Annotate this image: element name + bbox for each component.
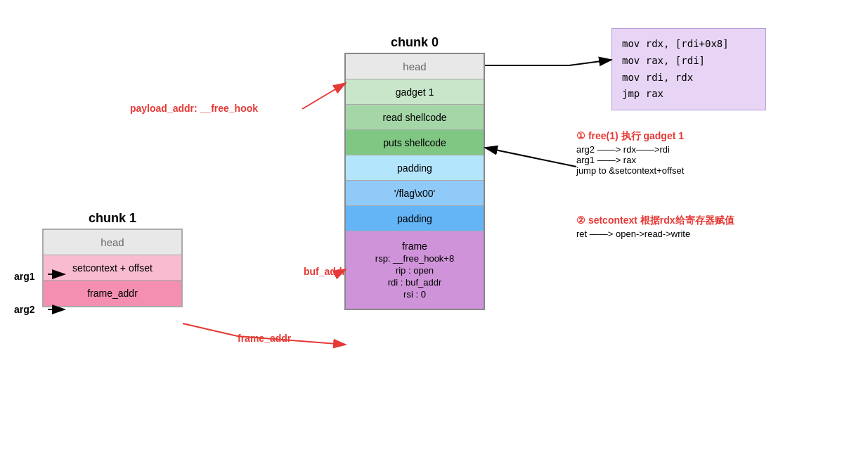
frame-label: frame	[402, 241, 427, 252]
diagram: mov rdx, [rdi+0x8] mov rax, [rdi] mov rd…	[0, 0, 868, 455]
chunk0-container: chunk 0 head gadget 1 read shellcode put…	[344, 35, 485, 310]
frame-rsi: rsi : 0	[403, 289, 426, 300]
asm-box: mov rdx, [rdi+0x8] mov rax, [rdi] mov rd…	[611, 28, 766, 110]
step1-line1: arg2 ——> rdx——>rdi	[576, 144, 684, 155]
arg2-label: arg2	[14, 304, 35, 315]
chunk1-box: head setcontext + offset frame_addr	[42, 229, 183, 307]
asm-line-4: jmp rax	[622, 86, 756, 103]
step1-line3: jump to &setcontext+offset	[576, 165, 684, 176]
step2-title: ② setcontext 根据rdx给寄存器赋值	[576, 214, 734, 227]
arg1-label: arg1	[14, 271, 35, 282]
chunk0-title: chunk 0	[391, 35, 439, 50]
step1-annotation: ① free(1) 执行 gadget 1 arg2 ——> rdx——>rdi…	[576, 130, 684, 176]
asm-line-3: mov rdi, rdx	[622, 70, 756, 86]
asm-line-1: mov rdx, [rdi+0x8]	[622, 36, 756, 53]
chunk0-cell-flag: '/flag\x00'	[346, 181, 484, 206]
step2-annotation: ② setcontext 根据rdx给寄存器赋值 ret ——> open->r…	[576, 214, 734, 239]
chunk0-cell-frame: frame rsp: __free_hook+8 rip : open rdi …	[346, 231, 484, 309]
chunk0-cell-head: head	[346, 54, 484, 79]
chunk0-box: head gadget 1 read shellcode puts shellc…	[344, 53, 485, 310]
chunk1-cell-head: head	[44, 230, 181, 255]
asm-line-2: mov rax, [rdi]	[622, 53, 756, 70]
frame-rip: rip : open	[396, 265, 434, 276]
step2-line1: ret ——> open->read->write	[576, 229, 734, 239]
chunk0-cell-padding1: padding	[346, 155, 484, 181]
chunk0-cell-padding2: padding	[346, 206, 484, 231]
chunk1-container: chunk 1 head setcontext + offset frame_a…	[42, 211, 183, 307]
buf-addr-label: buf_addr	[304, 266, 346, 277]
chunk1-title: chunk 1	[89, 211, 136, 226]
frame-rsp: rsp: __free_hook+8	[375, 253, 454, 264]
step1-title: ① free(1) 执行 gadget 1	[576, 130, 684, 143]
payload-addr-label: payload_addr: __free_hook	[130, 103, 258, 114]
frame-rdi: rdi : buf_addr	[388, 277, 442, 288]
chunk0-cell-read-shellcode: read shellcode	[346, 105, 484, 130]
chunk0-cell-gadget1: gadget 1	[346, 79, 484, 105]
frame-addr-arrow-label: frame_addr	[238, 333, 291, 344]
chunk0-cell-puts-shellcode: puts shellcode	[346, 130, 484, 155]
chunk1-cell-setcontext: setcontext + offset	[44, 255, 181, 281]
chunk1-cell-frame-addr: frame_addr	[44, 281, 181, 306]
step1-line2: arg1 ——> rax	[576, 155, 684, 165]
